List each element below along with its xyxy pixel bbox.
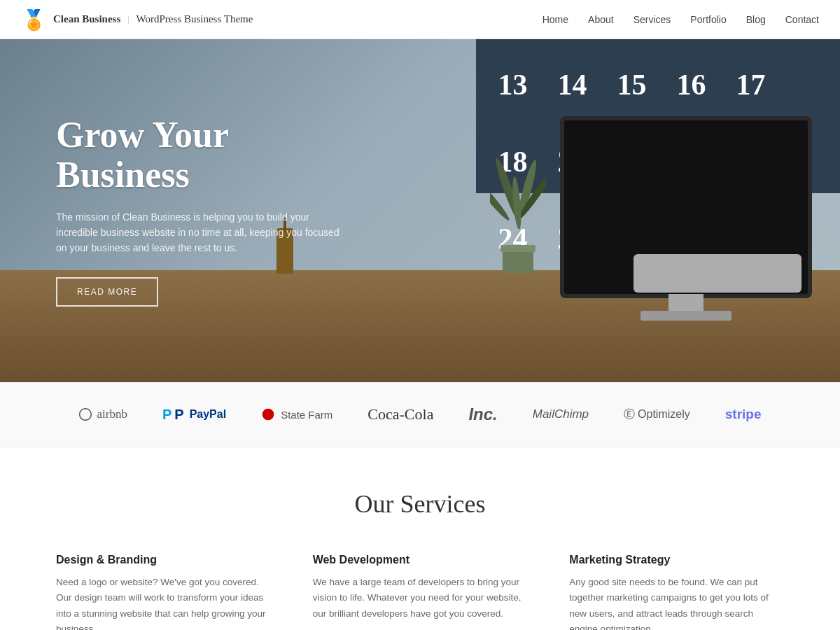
hero-plant-decoration [490,147,546,276]
svg-rect-6 [503,248,533,273]
header: 🏅 Clean Business | WordPress Business Th… [0,0,840,39]
nav-services[interactable]: Services [634,14,671,25]
brand-stripe: stripe [725,407,762,422]
main-nav: Home About Services Portfolio Blog Conta… [542,14,819,25]
service-design-branding: Design & Branding Need a logo or website… [56,554,271,630]
brand-statefarm: State Farm [261,407,332,421]
service-web-development: Web Development We have a large team of … [313,554,528,630]
svg-text:🏅: 🏅 [22,8,46,31]
nav-portfolio[interactable]: Portfolio [690,14,726,25]
service-design-branding-name: Design & Branding [56,554,271,566]
hero-section: 131415161718 202122232425 2728 [0,39,840,382]
svg-rect-7 [500,245,536,252]
brand-inc: Inc. [468,405,497,424]
nav-blog[interactable]: Blog [746,14,766,25]
services-section: Our Services Design & Branding Need a lo… [0,447,840,630]
brand-paypal: PP PayPal [162,407,226,423]
service-marketing-strategy: Marketing Strategy Any good site needs t… [569,554,784,630]
brand-optimizely: Ⓔ Optimizely [624,407,690,422]
nav-home[interactable]: Home [542,14,568,25]
service-marketing-strategy-name: Marketing Strategy [569,554,784,566]
hero-keyboard-decoration [634,254,802,293]
service-web-development-desc: We have a large team of developers to br… [313,575,528,622]
nav-about[interactable]: About [588,14,614,25]
service-marketing-strategy-desc: Any good site needs to be found. We can … [569,575,784,630]
service-web-development-name: Web Development [313,554,528,566]
hero-title: Grow Your Business [56,115,350,195]
hero-read-more-button[interactable]: READ MORE [56,277,158,307]
logo-icon: 🏅 [21,7,46,32]
brands-bar: airbnb PP PayPal State Farm Coca-Cola In… [0,382,840,447]
services-grid: Design & Branding Need a logo or website… [56,554,784,630]
nav-contact[interactable]: Contact [785,14,819,25]
brand-mailchimp: MailChimp [533,407,589,421]
svg-point-8 [262,409,274,421]
brand-cocacola: Coca-Cola [368,405,433,424]
hero-description: The mission of Clean Business is helping… [56,209,350,256]
hero-content: Grow Your Business The mission of Clean … [0,115,406,307]
logo-text: Clean Business | WordPress Business Them… [53,13,253,25]
logo-area: 🏅 Clean Business | WordPress Business Th… [21,7,253,32]
service-design-branding-desc: Need a logo or website? We've got you co… [56,575,271,630]
services-title: Our Services [56,489,784,519]
brand-airbnb: airbnb [79,407,127,421]
